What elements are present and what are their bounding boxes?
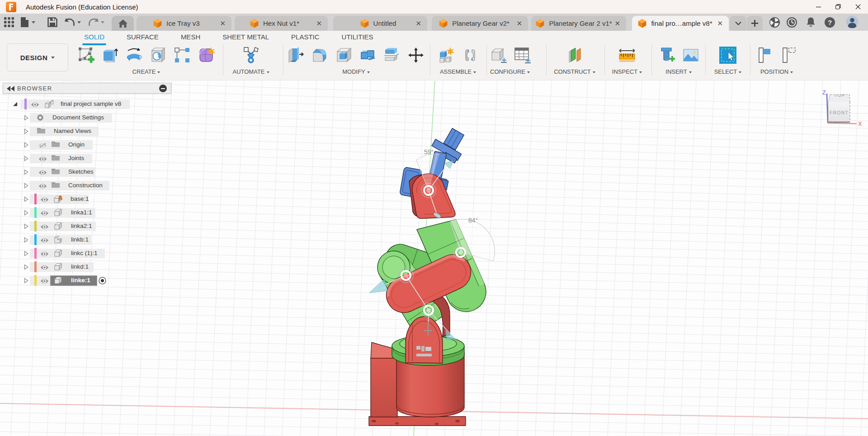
browser-row-document-settings[interactable]: Document Settings [3, 111, 171, 124]
pattern-icon[interactable] [173, 46, 191, 64]
row-label[interactable]: linkb:1 [71, 236, 89, 243]
eye-visible-icon[interactable] [40, 278, 49, 286]
group-label-create[interactable]: CREATE [75, 68, 217, 75]
revolve-icon[interactable] [125, 46, 143, 64]
new-tab-button[interactable] [747, 16, 763, 31]
notifications-icon[interactable] [806, 17, 816, 30]
job-status-icon[interactable] [786, 17, 797, 30]
insert-fastener-icon[interactable] [658, 46, 676, 64]
group-label-position[interactable]: POSITION [754, 68, 799, 75]
ribbon-tab-utilities[interactable]: UTILITIES [342, 33, 373, 41]
tree-collapsed-icon[interactable] [23, 142, 28, 147]
browser-row-linkc-1-1[interactable]: linkc (1):1 [3, 246, 171, 260]
group-label-automate[interactable]: AUTOMATE [226, 68, 276, 75]
browser-row-linka2-1[interactable]: linka2:1 [3, 219, 171, 233]
group-label-assemble[interactable]: ASSEMBLE [433, 68, 483, 75]
row-label[interactable]: linke:1 [71, 277, 90, 284]
insert-image-icon[interactable] [682, 46, 700, 64]
press-pull-icon[interactable] [287, 46, 305, 64]
activate-component-radio[interactable] [99, 277, 106, 284]
eye-visible-icon[interactable] [31, 101, 39, 109]
new-component-icon[interactable] [437, 46, 455, 64]
tree-collapsed-icon[interactable] [23, 183, 28, 188]
eye-visible-icon[interactable] [40, 251, 49, 259]
eye-visible-icon[interactable] [40, 210, 49, 218]
move-copy-icon[interactable] [407, 46, 425, 64]
ribbon-tab-solid[interactable]: SOLID [84, 33, 104, 41]
row-label[interactable]: linkc (1):1 [71, 250, 98, 256]
tree-collapsed-icon[interactable] [23, 115, 28, 120]
row-label[interactable]: base:1 [71, 195, 89, 202]
group-label-construct[interactable]: CONSTRUCT [552, 68, 597, 75]
eye-visible-icon[interactable] [38, 169, 47, 177]
tab-close-icon[interactable]: ✕ [614, 20, 620, 27]
automate-icon[interactable] [242, 46, 260, 64]
app-grid-icon[interactable] [4, 16, 14, 28]
row-label[interactable]: Named Views [54, 128, 91, 134]
combine-icon[interactable] [359, 46, 377, 64]
tree-collapsed-icon[interactable] [23, 169, 28, 175]
split-body-icon[interactable] [383, 46, 401, 64]
eye-visible-icon[interactable] [38, 183, 47, 191]
viewcube[interactable]: Z TOP FRONT X [816, 86, 868, 131]
tree-collapsed-icon[interactable] [23, 156, 28, 161]
tree-collapsed-icon[interactable] [23, 278, 28, 283]
browser-row-linkd-1[interactable]: linkd:1 [3, 260, 171, 274]
box-icon[interactable] [101, 46, 119, 64]
row-label[interactable]: linka1:1 [71, 209, 92, 216]
save-icon[interactable] [47, 16, 57, 28]
row-label[interactable]: Construction [68, 182, 103, 189]
browser-row-base-1[interactable]: base:1 [3, 192, 171, 206]
browser-row-origin[interactable]: Origin [3, 138, 171, 152]
fillet-icon[interactable] [311, 46, 329, 64]
browser-row-named-views[interactable]: Named Views [3, 124, 171, 138]
select-icon[interactable] [719, 46, 737, 64]
tab-document-active[interactable]: final pro…ample v8* ✕ [632, 16, 729, 31]
robot-arm[interactable]: 84° [368, 128, 495, 426]
browser-row-construction[interactable]: Construction [3, 179, 171, 192]
tab-document-5[interactable]: Planetary Gear 2 v1* ✕ [531, 16, 626, 31]
redo-icon[interactable] [88, 16, 104, 28]
group-label-inspect[interactable]: INSPECT [607, 68, 647, 75]
row-label[interactable]: final project sample v8 [61, 100, 121, 107]
file-menu-icon[interactable] [20, 16, 35, 28]
tree-collapsed-icon[interactable] [23, 264, 28, 270]
browser-row-linke-1[interactable]: linke:1 [3, 274, 171, 287]
minimize-browser-icon[interactable] [159, 85, 167, 92]
ribbon-tab-sheet-metal[interactable]: SHEET METAL [222, 33, 269, 41]
minimize-button[interactable] [808, 0, 828, 14]
browser-row-final-project-sample-v8[interactable]: final project sample v8 [3, 97, 171, 111]
group-label-configure[interactable]: CONFIGURE [488, 68, 532, 75]
tree-expanded-icon[interactable] [12, 101, 18, 107]
group-label-modify[interactable]: MODIFY [285, 68, 427, 75]
row-label[interactable]: Sketches [68, 168, 94, 175]
row-label[interactable]: linka2:1 [71, 223, 92, 229]
help-icon[interactable]: ? [824, 17, 835, 30]
eye-hidden-icon[interactable] [38, 142, 47, 150]
tab-close-icon[interactable]: ✕ [220, 20, 226, 27]
browser-row-linka1-1[interactable]: linka1:1 [3, 206, 171, 219]
redo-history-caret[interactable] [101, 21, 104, 24]
tab-overflow-button[interactable] [730, 16, 746, 31]
tree-collapsed-icon[interactable] [23, 223, 28, 229]
browser-header[interactable]: BROWSER [3, 83, 171, 94]
robot-wrist-arm[interactable] [412, 174, 455, 218]
configuration-icon[interactable] [489, 46, 507, 64]
workspace-selector[interactable]: DESIGN [7, 43, 68, 71]
collapse-panel-icon[interactable] [7, 86, 15, 91]
profile-avatar[interactable] [846, 15, 859, 30]
browser-row-linkb-1[interactable]: linkb:1 [3, 233, 171, 246]
ribbon-tab-mesh[interactable]: MESH [181, 33, 200, 41]
ribbon-tab-plastic[interactable]: PLASTIC [291, 33, 320, 41]
group-label-insert[interactable]: INSERT [655, 68, 703, 75]
configuration-table-icon[interactable] [513, 46, 531, 64]
tab-close-icon[interactable]: ✕ [415, 20, 421, 27]
row-label[interactable]: linkd:1 [71, 263, 89, 270]
capture-position-icon[interactable] [756, 46, 774, 64]
eye-visible-icon[interactable] [40, 237, 49, 245]
row-label[interactable]: Joints [68, 155, 84, 161]
group-label-select[interactable]: SELECT [709, 68, 747, 75]
tab-document-2[interactable]: Hex Nut v1* ✕ [235, 16, 328, 31]
close-button[interactable] [848, 0, 868, 14]
row-label[interactable]: Origin [68, 141, 85, 148]
